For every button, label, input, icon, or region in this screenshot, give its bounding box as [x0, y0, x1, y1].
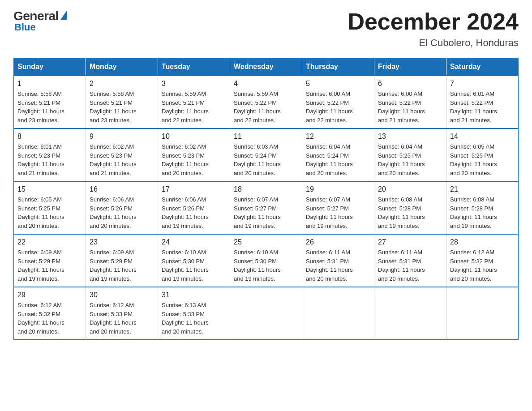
day-info: Sunrise: 6:07 AMSunset: 5:27 PMDaylight:…: [306, 195, 370, 230]
calendar-cell: 14Sunrise: 6:05 AMSunset: 5:25 PMDayligh…: [446, 128, 519, 181]
calendar-cell: 1Sunrise: 5:58 AMSunset: 5:21 PMDaylight…: [14, 76, 86, 128]
calendar-cell: 6Sunrise: 6:00 AMSunset: 5:22 PMDaylight…: [374, 76, 446, 128]
day-number: 21: [450, 185, 515, 193]
calendar-cell: [230, 287, 302, 340]
calendar-cell: 23Sunrise: 6:09 AMSunset: 5:29 PMDayligh…: [86, 234, 158, 287]
calendar-cell: 2Sunrise: 5:58 AMSunset: 5:21 PMDaylight…: [86, 76, 158, 128]
calendar-cell: 30Sunrise: 6:12 AMSunset: 5:33 PMDayligh…: [86, 287, 158, 340]
day-number: 7: [450, 80, 515, 88]
day-info: Sunrise: 6:00 AMSunset: 5:22 PMDaylight:…: [378, 90, 442, 124]
calendar-cell: 4Sunrise: 5:59 AMSunset: 5:22 PMDaylight…: [230, 76, 302, 128]
calendar-cell: [374, 287, 446, 340]
day-number: 4: [234, 80, 298, 88]
calendar-header-row: SundayMondayTuesdayWednesdayThursdayFrid…: [14, 58, 519, 76]
day-info: Sunrise: 6:02 AMSunset: 5:23 PMDaylight:…: [162, 142, 226, 177]
day-info: Sunrise: 5:58 AMSunset: 5:21 PMDaylight:…: [90, 90, 154, 124]
calendar-cell: 27Sunrise: 6:11 AMSunset: 5:31 PMDayligh…: [374, 234, 446, 287]
day-info: Sunrise: 6:01 AMSunset: 5:22 PMDaylight:…: [450, 90, 515, 124]
day-number: 13: [378, 133, 442, 141]
day-info: Sunrise: 6:09 AMSunset: 5:29 PMDaylight:…: [17, 248, 82, 283]
day-info: Sunrise: 6:12 AMSunset: 5:33 PMDaylight:…: [90, 301, 154, 336]
day-number: 26: [306, 238, 370, 246]
calendar-cell: 3Sunrise: 5:59 AMSunset: 5:21 PMDaylight…: [158, 76, 230, 128]
day-number: 30: [90, 291, 154, 299]
day-number: 29: [17, 291, 82, 299]
calendar-header-saturday: Saturday: [446, 58, 519, 76]
day-number: 5: [306, 80, 370, 88]
calendar-cell: 25Sunrise: 6:10 AMSunset: 5:30 PMDayligh…: [230, 234, 302, 287]
day-info: Sunrise: 6:08 AMSunset: 5:28 PMDaylight:…: [450, 195, 515, 230]
day-info: Sunrise: 5:59 AMSunset: 5:21 PMDaylight:…: [162, 90, 226, 124]
logo-triangle-icon: [60, 11, 67, 20]
calendar-header-friday: Friday: [374, 58, 446, 76]
day-info: Sunrise: 6:03 AMSunset: 5:24 PMDaylight:…: [234, 142, 298, 177]
calendar-cell: 22Sunrise: 6:09 AMSunset: 5:29 PMDayligh…: [14, 234, 86, 287]
day-number: 16: [90, 185, 154, 193]
page-title: December 2024: [348, 9, 519, 34]
calendar-table: SundayMondayTuesdayWednesdayThursdayFrid…: [13, 58, 519, 340]
calendar-cell: 13Sunrise: 6:04 AMSunset: 5:25 PMDayligh…: [374, 128, 446, 181]
day-number: 18: [234, 185, 298, 193]
day-number: 12: [306, 133, 370, 141]
calendar-cell: 15Sunrise: 6:05 AMSunset: 5:25 PMDayligh…: [14, 181, 86, 234]
day-number: 24: [162, 238, 226, 246]
calendar-week-1: 1Sunrise: 5:58 AMSunset: 5:21 PMDaylight…: [14, 76, 519, 128]
calendar-cell: 8Sunrise: 6:01 AMSunset: 5:23 PMDaylight…: [14, 128, 86, 181]
day-number: 6: [378, 80, 442, 88]
day-info: Sunrise: 6:10 AMSunset: 5:30 PMDaylight:…: [162, 248, 226, 283]
day-info: Sunrise: 6:11 AMSunset: 5:31 PMDaylight:…: [378, 248, 442, 283]
day-number: 8: [17, 133, 82, 141]
day-number: 1: [17, 80, 82, 88]
calendar-header-wednesday: Wednesday: [230, 58, 302, 76]
day-info: Sunrise: 6:10 AMSunset: 5:30 PMDaylight:…: [234, 248, 298, 283]
day-number: 10: [162, 133, 226, 141]
calendar-cell: 5Sunrise: 6:00 AMSunset: 5:22 PMDaylight…: [302, 76, 374, 128]
day-number: 23: [90, 238, 154, 246]
calendar-cell: 19Sunrise: 6:07 AMSunset: 5:27 PMDayligh…: [302, 181, 374, 234]
day-number: 25: [234, 238, 298, 246]
day-info: Sunrise: 6:05 AMSunset: 5:25 PMDaylight:…: [450, 142, 515, 177]
day-info: Sunrise: 6:05 AMSunset: 5:25 PMDaylight:…: [17, 195, 82, 230]
day-info: Sunrise: 5:58 AMSunset: 5:21 PMDaylight:…: [17, 90, 82, 124]
day-number: 19: [306, 185, 370, 193]
calendar-week-3: 15Sunrise: 6:05 AMSunset: 5:25 PMDayligh…: [14, 181, 519, 234]
day-number: 28: [450, 238, 515, 246]
calendar-cell: 20Sunrise: 6:08 AMSunset: 5:28 PMDayligh…: [374, 181, 446, 234]
day-info: Sunrise: 5:59 AMSunset: 5:22 PMDaylight:…: [234, 90, 298, 124]
calendar-cell: 17Sunrise: 6:06 AMSunset: 5:26 PMDayligh…: [158, 181, 230, 234]
calendar-cell: 21Sunrise: 6:08 AMSunset: 5:28 PMDayligh…: [446, 181, 519, 234]
day-info: Sunrise: 6:06 AMSunset: 5:26 PMDaylight:…: [162, 195, 226, 230]
day-info: Sunrise: 6:09 AMSunset: 5:29 PMDaylight:…: [90, 248, 154, 283]
calendar-header-sunday: Sunday: [14, 58, 86, 76]
calendar-week-2: 8Sunrise: 6:01 AMSunset: 5:23 PMDaylight…: [14, 128, 519, 181]
day-info: Sunrise: 6:00 AMSunset: 5:22 PMDaylight:…: [306, 90, 370, 124]
calendar-cell: [302, 287, 374, 340]
calendar-cell: 18Sunrise: 6:07 AMSunset: 5:27 PMDayligh…: [230, 181, 302, 234]
calendar-cell: 7Sunrise: 6:01 AMSunset: 5:22 PMDaylight…: [446, 76, 519, 128]
calendar-cell: 24Sunrise: 6:10 AMSunset: 5:30 PMDayligh…: [158, 234, 230, 287]
calendar-cell: 10Sunrise: 6:02 AMSunset: 5:23 PMDayligh…: [158, 128, 230, 181]
calendar-header-thursday: Thursday: [302, 58, 374, 76]
day-number: 11: [234, 133, 298, 141]
day-info: Sunrise: 6:07 AMSunset: 5:27 PMDaylight:…: [234, 195, 298, 230]
day-info: Sunrise: 6:01 AMSunset: 5:23 PMDaylight:…: [17, 142, 82, 177]
calendar-cell: 31Sunrise: 6:13 AMSunset: 5:33 PMDayligh…: [158, 287, 230, 340]
calendar-week-4: 22Sunrise: 6:09 AMSunset: 5:29 PMDayligh…: [14, 234, 519, 287]
calendar-cell: 11Sunrise: 6:03 AMSunset: 5:24 PMDayligh…: [230, 128, 302, 181]
calendar-cell: [446, 287, 519, 340]
day-number: 3: [162, 80, 226, 88]
logo: General Blue: [13, 9, 67, 33]
title-section: December 2024 El Cubolero, Honduras: [348, 9, 519, 49]
day-number: 17: [162, 185, 226, 193]
calendar-header-monday: Monday: [86, 58, 158, 76]
day-info: Sunrise: 6:04 AMSunset: 5:25 PMDaylight:…: [378, 142, 442, 177]
day-info: Sunrise: 6:08 AMSunset: 5:28 PMDaylight:…: [378, 195, 442, 230]
day-info: Sunrise: 6:13 AMSunset: 5:33 PMDaylight:…: [162, 301, 226, 336]
day-number: 14: [450, 133, 515, 141]
day-info: Sunrise: 6:11 AMSunset: 5:31 PMDaylight:…: [306, 248, 370, 283]
calendar-cell: 29Sunrise: 6:12 AMSunset: 5:32 PMDayligh…: [14, 287, 86, 340]
day-number: 20: [378, 185, 442, 193]
day-info: Sunrise: 6:12 AMSunset: 5:32 PMDaylight:…: [450, 248, 515, 283]
day-number: 15: [17, 185, 82, 193]
day-number: 31: [162, 291, 226, 299]
